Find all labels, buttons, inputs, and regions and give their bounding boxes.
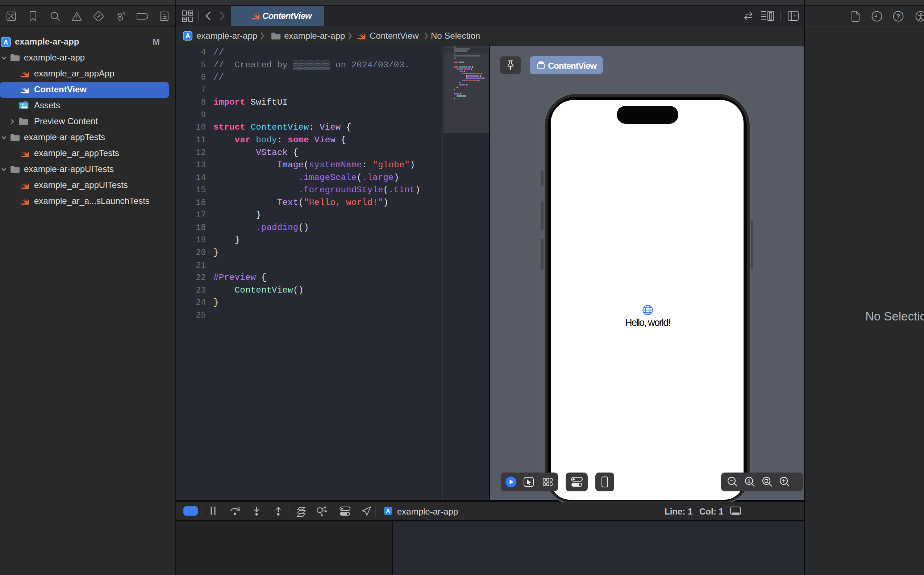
svg-text:A: A <box>3 38 8 46</box>
svg-text:1: 1 <box>747 478 750 484</box>
svg-text:?: ? <box>897 13 900 20</box>
svg-text:A: A <box>186 32 190 40</box>
svg-text:A: A <box>386 508 390 514</box>
